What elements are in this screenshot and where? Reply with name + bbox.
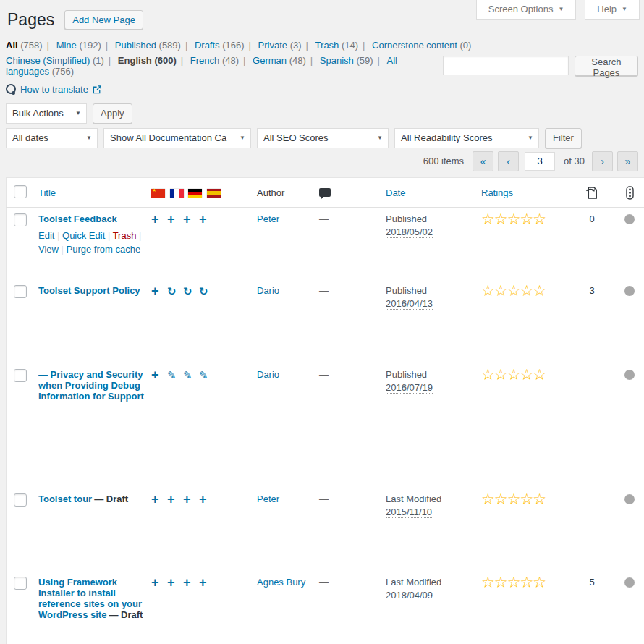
search-input[interactable] xyxy=(443,56,569,75)
add-new-page-button[interactable]: Add New Page xyxy=(64,10,143,30)
seo-score-dot xyxy=(624,577,635,588)
current-page-input[interactable] xyxy=(525,152,555,171)
total-pages-label: of 30 xyxy=(564,156,585,166)
add-translation-icon[interactable]: + xyxy=(167,577,183,588)
add-translation-icon[interactable]: + xyxy=(151,213,167,225)
seo-score-dot xyxy=(624,214,635,224)
select-row-checkbox[interactable] xyxy=(14,213,27,226)
cache-count: 3 xyxy=(589,285,594,296)
status-filter-all[interactable]: All (758) xyxy=(6,40,54,51)
bulk-actions-toolbar: Bulk Actions ▼ Apply xyxy=(6,103,638,124)
update-translation-icon[interactable]: ↻ xyxy=(183,286,199,297)
dates-filter-select[interactable]: All dates ▼ xyxy=(6,128,98,148)
flag-german-icon xyxy=(188,189,202,198)
column-date[interactable]: Date xyxy=(386,187,405,198)
page-title-link[interactable]: Toolset tour xyxy=(38,493,92,504)
cache-refresh-icon xyxy=(585,186,599,200)
author-link[interactable]: Peter xyxy=(257,213,279,224)
edit-translation-icon[interactable]: ✎ xyxy=(183,370,199,381)
trash-action[interactable]: Trash xyxy=(113,230,142,241)
lang-filter-french[interactable]: French (48) xyxy=(190,55,250,66)
page-title-link[interactable]: — Privacy and Security when Providing De… xyxy=(38,369,144,402)
search-box: Search Pages xyxy=(443,56,638,76)
date-status: Published xyxy=(386,285,477,296)
select-row-checkbox[interactable] xyxy=(14,493,27,507)
select-row-checkbox[interactable] xyxy=(14,577,27,590)
select-row-checkbox[interactable] xyxy=(14,285,27,298)
last-page-button[interactable]: » xyxy=(617,151,638,171)
column-ratings[interactable]: Ratings xyxy=(481,187,513,198)
apply-button[interactable]: Apply xyxy=(93,103,132,124)
date-status: Last Modified xyxy=(386,493,477,504)
external-link-icon xyxy=(93,85,102,94)
column-author: Author xyxy=(254,177,316,207)
first-page-button[interactable]: « xyxy=(473,151,493,171)
add-translation-icon[interactable]: + xyxy=(199,493,215,505)
add-translation-icon[interactable]: + xyxy=(199,577,215,588)
table-row: — Privacy and Security when Providing De… xyxy=(7,363,644,488)
select-arrow-icon: ▼ xyxy=(75,110,81,116)
update-translation-icon[interactable]: ↻ xyxy=(167,286,183,297)
comments-count: — xyxy=(319,577,329,588)
status-filter-private[interactable]: Private (3) xyxy=(258,40,313,51)
add-translation-icon[interactable]: + xyxy=(183,213,199,225)
date-status: Published xyxy=(386,213,477,224)
author-link[interactable]: Dario xyxy=(257,369,279,380)
edit-action[interactable]: Edit xyxy=(38,230,62,241)
category-filter-select[interactable]: Show All Documentation Ca ▼ xyxy=(103,128,251,148)
add-translation-icon[interactable]: + xyxy=(183,577,199,588)
seo-scores-filter-select[interactable]: All SEO Scores ▼ xyxy=(257,128,389,148)
prev-page-button[interactable]: ‹ xyxy=(498,151,519,171)
view-action[interactable]: View xyxy=(38,244,67,255)
lang-filter-spanish[interactable]: Spanish (59) xyxy=(320,55,384,66)
edit-translation-icon[interactable]: ✎ xyxy=(167,370,183,381)
next-page-button[interactable]: › xyxy=(592,151,613,171)
update-translation-icon[interactable]: ↻ xyxy=(199,286,215,297)
add-translation-icon[interactable]: + xyxy=(167,213,183,225)
screen-options-button[interactable]: Screen Options ▼ xyxy=(476,0,577,20)
page-title-link[interactable]: Toolset Feedback xyxy=(38,213,117,224)
add-translation-icon[interactable]: + xyxy=(151,369,167,381)
add-translation-icon[interactable]: + xyxy=(183,493,199,505)
author-link[interactable]: Agnes Bury xyxy=(257,577,305,588)
how-to-translate-link[interactable]: How to translate xyxy=(20,84,88,95)
purge-cache-action[interactable]: Purge from cache xyxy=(67,244,141,255)
bulk-actions-select[interactable]: Bulk Actions ▼ xyxy=(6,103,87,124)
post-state: — Draft xyxy=(94,493,128,504)
add-translation-icon[interactable]: + xyxy=(167,493,183,505)
comments-count: — xyxy=(319,493,329,504)
status-filter-mine[interactable]: Mine (192) xyxy=(56,40,113,51)
status-filter-published[interactable]: Published (589) xyxy=(115,40,192,51)
page-title-link[interactable]: Toolset Support Policy xyxy=(38,285,140,296)
status-filter-trash[interactable]: Trash (14) xyxy=(315,40,370,51)
rating-stars: ☆☆☆☆☆ xyxy=(481,491,546,507)
select-all-checkbox[interactable] xyxy=(14,185,27,198)
status-filter-drafts[interactable]: Drafts (166) xyxy=(195,40,255,51)
column-title[interactable]: Title xyxy=(38,187,56,198)
author-link[interactable]: Peter xyxy=(257,493,279,504)
rating-stars: ☆☆☆☆☆ xyxy=(481,282,546,299)
date-value: 2016/07/19 xyxy=(386,382,433,394)
seo-score-dot xyxy=(624,286,635,296)
add-translation-icon[interactable]: + xyxy=(199,213,215,225)
quick-edit-action[interactable]: Quick Edit xyxy=(62,230,113,241)
add-translation-icon[interactable]: + xyxy=(151,577,167,588)
column-languages xyxy=(148,177,254,207)
lang-filter-chinese[interactable]: Chinese (Simplified) (1) xyxy=(6,55,115,66)
lang-filter-german[interactable]: German (48) xyxy=(253,55,317,66)
select-row-checkbox[interactable] xyxy=(14,369,27,382)
select-arrow-icon: ▼ xyxy=(377,135,383,141)
add-translation-icon[interactable]: + xyxy=(151,285,167,297)
add-translation-icon[interactable]: + xyxy=(151,493,167,505)
search-pages-button[interactable]: Search Pages xyxy=(575,56,638,76)
readability-scores-filter-select[interactable]: All Readability Scores ▼ xyxy=(394,128,539,148)
edit-translation-icon[interactable]: ✎ xyxy=(199,370,215,381)
filter-button[interactable]: Filter xyxy=(545,128,582,148)
lang-filter-english[interactable]: English (600) xyxy=(118,55,187,66)
help-button[interactable]: Help ▼ xyxy=(585,0,640,20)
status-filter-cornerstone[interactable]: Cornerstone content (0) xyxy=(372,40,471,51)
date-status: Published xyxy=(386,369,477,380)
table-row: Toolset Feedback EditQuick EditTrashView… xyxy=(7,207,644,279)
select-arrow-icon: ▼ xyxy=(86,135,92,141)
author-link[interactable]: Dario xyxy=(257,285,279,296)
